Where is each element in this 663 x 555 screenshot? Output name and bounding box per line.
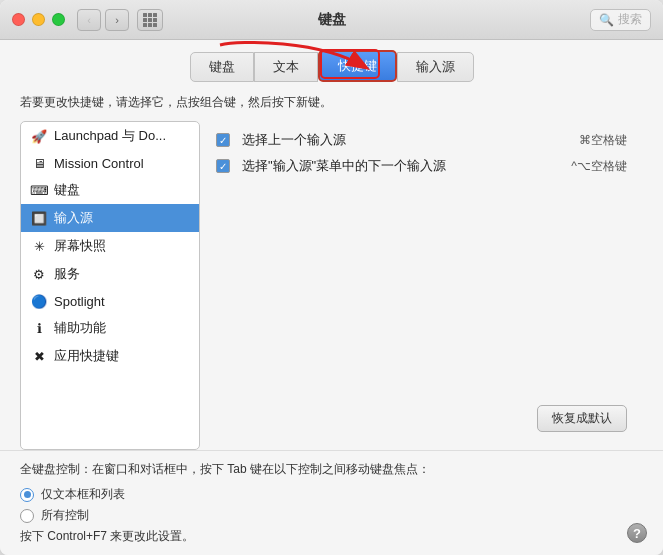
- launchpad-icon: 🚀: [31, 128, 47, 144]
- mission-control-icon: 🖥: [31, 155, 47, 171]
- tab-text[interactable]: 文本: [254, 52, 318, 82]
- shortcut-label-1: 选择上一个输入源: [242, 131, 567, 149]
- tabs-bar: 键盘 文本 快捷键 输入源: [0, 40, 663, 82]
- window-title: 键盘: [318, 11, 346, 29]
- app-shortcuts-icon: ✖: [31, 348, 47, 364]
- search-icon: 🔍: [599, 13, 614, 27]
- bottom-section: 全键盘控制：在窗口和对话框中，按下 Tab 键在以下控制之间移动键盘焦点： 仅文…: [0, 450, 663, 555]
- nav-buttons: ‹ ›: [77, 9, 129, 31]
- sidebar-item-spotlight-label: Spotlight: [54, 294, 105, 309]
- sidebar-item-launchpad-label: Launchpad 与 Do...: [54, 127, 166, 145]
- sidebar-item-input-source-label: 输入源: [54, 209, 93, 227]
- sidebar: 🚀 Launchpad 与 Do... 🖥 Mission Control ⌨ …: [20, 121, 200, 450]
- restore-btn-row: 恢复成默认: [216, 405, 627, 440]
- sidebar-item-spotlight[interactable]: 🔵 Spotlight: [21, 288, 199, 314]
- screenshot-icon: ✳: [31, 238, 47, 254]
- bottom-desc: 全键盘控制：在窗口和对话框中，按下 Tab 键在以下控制之间移动键盘焦点：: [20, 461, 643, 478]
- main-content: 若要更改快捷键，请选择它，点按组合键，然后按下新键。 🚀 Launchpad 与…: [0, 82, 663, 450]
- sidebar-item-screenshot[interactable]: ✳ 屏幕快照: [21, 232, 199, 260]
- shortcut-key-1: ⌘空格键: [579, 132, 627, 149]
- traffic-lights: [12, 13, 65, 26]
- sidebar-item-accessibility[interactable]: ℹ 辅助功能: [21, 314, 199, 342]
- radio-option-all-controls[interactable]: 所有控制: [20, 507, 643, 524]
- services-icon: ⚙: [31, 266, 47, 282]
- forward-icon: ›: [115, 14, 119, 26]
- shortcut-key-2: ^⌥空格键: [571, 158, 627, 175]
- sidebar-item-accessibility-label: 辅助功能: [54, 319, 106, 337]
- right-panel: ✓ 选择上一个输入源 ⌘空格键 ✓ 选择"输入源"菜单中的下一个输入源 ^⌥空格…: [200, 121, 643, 450]
- shortcut-checkbox-1[interactable]: ✓: [216, 133, 230, 147]
- titlebar: ‹ › 键盘 🔍 搜索: [0, 0, 663, 40]
- sidebar-item-keyboard-label: 键盘: [54, 181, 80, 199]
- shortcut-row-2: ✓ 选择"输入源"菜单中的下一个输入源 ^⌥空格键: [216, 157, 627, 175]
- radio-all-controls[interactable]: [20, 509, 34, 523]
- shortcut-row-1: ✓ 选择上一个输入源 ⌘空格键: [216, 131, 627, 149]
- radio-all-controls-label: 所有控制: [41, 507, 89, 524]
- shortcut-label-2: 选择"输入源"菜单中的下一个输入源: [242, 157, 559, 175]
- input-source-icon: 🔲: [31, 210, 47, 226]
- grid-button[interactable]: [137, 9, 163, 31]
- sidebar-item-keyboard[interactable]: ⌨ 键盘: [21, 176, 199, 204]
- spotlight-icon: 🔵: [31, 293, 47, 309]
- sidebar-item-mission-control[interactable]: 🖥 Mission Control: [21, 150, 199, 176]
- keyboard-icon: ⌨: [31, 182, 47, 198]
- forward-button[interactable]: ›: [105, 9, 129, 31]
- bottom-note: 按下 Control+F7 来更改此设置。: [20, 528, 643, 545]
- content-area: 🚀 Launchpad 与 Do... 🖥 Mission Control ⌨ …: [20, 121, 643, 450]
- sidebar-item-services-label: 服务: [54, 265, 80, 283]
- maximize-button[interactable]: [52, 13, 65, 26]
- sidebar-item-launchpad[interactable]: 🚀 Launchpad 与 Do...: [21, 122, 199, 150]
- radio-text-only-label: 仅文本框和列表: [41, 486, 125, 503]
- search-placeholder: 搜索: [618, 11, 642, 28]
- sidebar-item-screenshot-label: 屏幕快照: [54, 237, 106, 255]
- sidebar-item-app-shortcuts-label: 应用快捷键: [54, 347, 119, 365]
- shortcut-checkbox-2[interactable]: ✓: [216, 159, 230, 173]
- tab-input-source[interactable]: 输入源: [397, 52, 474, 82]
- sidebar-item-input-source[interactable]: 🔲 输入源: [21, 204, 199, 232]
- sidebar-item-app-shortcuts[interactable]: ✖ 应用快捷键: [21, 342, 199, 370]
- sidebar-item-mission-control-label: Mission Control: [54, 156, 144, 171]
- radio-option-text-only[interactable]: 仅文本框和列表: [20, 486, 643, 503]
- tab-shortcuts[interactable]: 快捷键: [318, 50, 397, 82]
- back-button[interactable]: ‹: [77, 9, 101, 31]
- back-icon: ‹: [87, 14, 91, 26]
- accessibility-icon: ℹ: [31, 320, 47, 336]
- radio-text-only[interactable]: [20, 488, 34, 502]
- sidebar-item-services[interactable]: ⚙ 服务: [21, 260, 199, 288]
- search-box[interactable]: 🔍 搜索: [590, 9, 651, 31]
- help-button[interactable]: ?: [627, 523, 647, 543]
- minimize-button[interactable]: [32, 13, 45, 26]
- close-button[interactable]: [12, 13, 25, 26]
- restore-defaults-button[interactable]: 恢复成默认: [537, 405, 627, 432]
- tab-keyboard[interactable]: 键盘: [190, 52, 254, 82]
- grid-icon: [143, 13, 157, 27]
- instruction-text: 若要更改快捷键，请选择它，点按组合键，然后按下新键。: [20, 82, 643, 121]
